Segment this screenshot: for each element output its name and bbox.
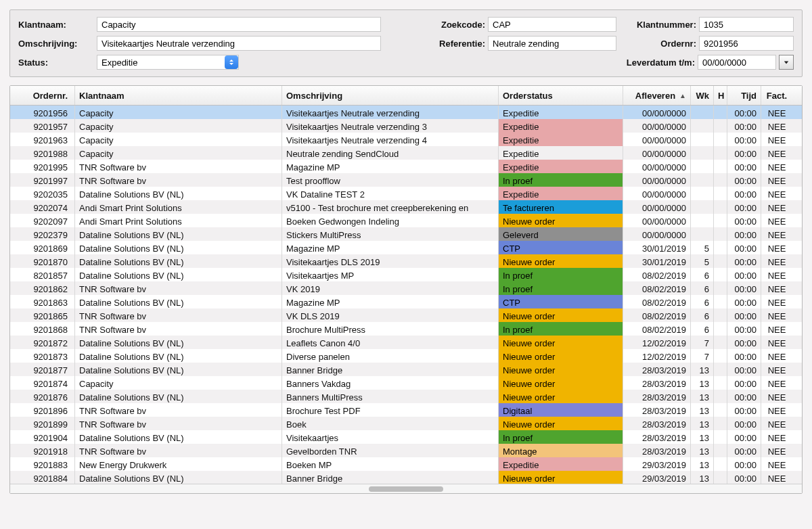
cell-h: [714, 133, 727, 146]
cell-tijd: 00:00: [727, 173, 761, 187]
cell-afleveren: 00/00/0000: [623, 200, 691, 214]
cell-wk: 6: [691, 268, 714, 281]
cell-tijd: 00:00: [727, 471, 761, 484]
table-row[interactable]: 9201868TNR Software bvBrochure MultiPres…: [10, 322, 802, 336]
table-row[interactable]: 9201865TNR Software bvVK DLS 2019Nieuwe …: [10, 308, 802, 322]
cell-orderstatus: Nieuwe order: [499, 471, 623, 484]
cell-afleveren: 08/02/2019: [623, 308, 691, 322]
col-afleveren[interactable]: Afleveren ▲: [623, 86, 691, 105]
input-zoekcode[interactable]: [488, 17, 616, 32]
col-afleveren-label: Afleveren: [635, 91, 675, 101]
table-row[interactable]: 9201877Dataline Solutions BV (NL)Banner …: [10, 363, 802, 376]
table-row[interactable]: 9201874CapacityBanners VakdagNieuwe orde…: [10, 376, 802, 390]
cell-wk: 13: [691, 457, 714, 471]
table-row[interactable]: 9202097Andi Smart Print SolutionsBoeken …: [10, 214, 802, 227]
cell-afleveren: 00/00/0000: [623, 187, 691, 200]
col-orderstatus[interactable]: Orderstatus: [499, 86, 623, 105]
input-klantnummer[interactable]: [699, 17, 794, 32]
scrollbar-thumb[interactable]: [369, 486, 443, 492]
cell-omschrijving: Banners Vakdag: [282, 376, 499, 390]
table-row[interactable]: 9201956CapacityVisitekaartjes Neutrale v…: [10, 106, 802, 119]
cell-ordernr: 9201918: [10, 444, 75, 457]
cell-orderstatus: Nieuwe order: [499, 336, 623, 349]
table-row[interactable]: 9201870Dataline Solutions BV (NL)Visitek…: [10, 254, 802, 268]
table-row[interactable]: 9202074Andi Smart Print Solutionsv5100 -…: [10, 200, 802, 214]
cell-fact: NEE: [761, 363, 792, 376]
cell-omschrijving: v5100 - Test brochure met creepberekenin…: [282, 200, 499, 214]
cell-tijd: 00:00: [727, 106, 761, 119]
col-tijd[interactable]: Tijd: [727, 86, 761, 105]
cell-klantnaam: TNR Software bv: [75, 160, 282, 173]
cell-omschrijving: VK DLS 2019: [282, 308, 499, 322]
input-referentie[interactable]: [488, 36, 616, 51]
horizontal-scrollbar[interactable]: [10, 484, 802, 493]
cell-omschrijving: Neutrale zending SendCloud: [282, 146, 499, 160]
cell-klantnaam: Dataline Solutions BV (NL): [75, 295, 282, 308]
cell-ordernr: 9201865: [10, 308, 75, 322]
cell-ordernr: 9201988: [10, 146, 75, 160]
table-row[interactable]: 9202379Dataline Solutions BV (NL)Sticker…: [10, 227, 802, 241]
table-row[interactable]: 9201918TNR Software bvGevelborden TNRMon…: [10, 444, 802, 457]
cell-fact: NEE: [761, 457, 792, 471]
cell-orderstatus: CTP: [499, 295, 623, 308]
cell-ordernr: 9201874: [10, 376, 75, 390]
table-row[interactable]: 9201904Dataline Solutions BV (NL)Visitek…: [10, 430, 802, 444]
table-row[interactable]: 9201863Dataline Solutions BV (NL)Magazin…: [10, 295, 802, 308]
label-omschrijving: Omschrijving:: [18, 39, 97, 49]
leverdatum-picker-button[interactable]: [779, 55, 794, 70]
cell-orderstatus: Nieuwe order: [499, 254, 623, 268]
table-row[interactable]: 9201884Dataline Solutions BV (NL)Banner …: [10, 471, 802, 484]
col-h[interactable]: H: [714, 86, 727, 105]
cell-tijd: 00:00: [727, 227, 761, 241]
label-klantnaam: Klantnaam:: [18, 20, 97, 30]
cell-h: [714, 403, 727, 417]
cell-klantnaam: Dataline Solutions BV (NL): [75, 268, 282, 281]
table-row[interactable]: 9201988CapacityNeutrale zending SendClou…: [10, 146, 802, 160]
cell-tijd: 00:00: [727, 336, 761, 349]
status-dropdown-button[interactable]: [225, 55, 238, 69]
table-row[interactable]: 9201995TNR Software bvMagazine MPExpedit…: [10, 160, 802, 173]
table-row[interactable]: 9201862TNR Software bvVK 2019In proef08/…: [10, 281, 802, 295]
cell-afleveren: 30/01/2019: [623, 241, 691, 254]
table-row[interactable]: 9201899TNR Software bvBoekNieuwe order28…: [10, 417, 802, 430]
cell-h: [714, 430, 727, 444]
cell-h: [714, 119, 727, 133]
cell-afleveren: 08/02/2019: [623, 295, 691, 308]
table-row[interactable]: 9201873Dataline Solutions BV (NL)Diverse…: [10, 349, 802, 363]
cell-ordernr: 9201863: [10, 295, 75, 308]
cell-ordernr: 9202097: [10, 214, 75, 227]
cell-wk: 13: [691, 376, 714, 390]
col-ordernr[interactable]: Ordernr.: [10, 86, 75, 105]
table-row[interactable]: 9201876Dataline Solutions BV (NL)Banners…: [10, 390, 802, 403]
chevron-down-icon: [784, 60, 789, 65]
input-omschrijving[interactable]: [97, 36, 381, 51]
input-ordernr[interactable]: [699, 36, 794, 51]
table-row[interactable]: 9201896TNR Software bvBrochure Test PDFD…: [10, 403, 802, 417]
table-row[interactable]: 9201957CapacityVisitekaartjes Neutrale v…: [10, 119, 802, 133]
table-row[interactable]: 9202035Dataline Solutions BV (NL)VK Data…: [10, 187, 802, 200]
select-status[interactable]: [97, 55, 239, 70]
cell-ordernr: 9201899: [10, 417, 75, 430]
col-fact[interactable]: Fact.: [761, 86, 792, 105]
table-row[interactable]: 9201963CapacityVisitekaartjes Neutrale v…: [10, 133, 802, 146]
table-row[interactable]: 9201869Dataline Solutions BV (NL)Magazin…: [10, 241, 802, 254]
cell-klantnaam: Capacity: [75, 106, 282, 119]
input-klantnaam[interactable]: [97, 17, 381, 32]
cell-wk: 6: [691, 322, 714, 336]
col-omschrijving[interactable]: Omschrijving: [282, 86, 499, 105]
table-row[interactable]: 9201883New Energy DrukwerkBoeken MPExped…: [10, 457, 802, 471]
cell-ordernr: 9201995: [10, 160, 75, 173]
cell-afleveren: 29/03/2019: [623, 471, 691, 484]
table-row[interactable]: 9201872Dataline Solutions BV (NL)Leaflet…: [10, 336, 802, 349]
cell-klantnaam: TNR Software bv: [75, 444, 282, 457]
cell-h: [714, 227, 727, 241]
table-row[interactable]: 9201997TNR Software bvTest proofflowIn p…: [10, 173, 802, 187]
input-leverdatum[interactable]: [698, 55, 776, 70]
cell-klantnaam: TNR Software bv: [75, 281, 282, 295]
table-row[interactable]: 8201857Dataline Solutions BV (NL)Visitek…: [10, 268, 802, 281]
col-wk[interactable]: Wk: [691, 86, 714, 105]
cell-tijd: 00:00: [727, 376, 761, 390]
grid-body[interactable]: 9201956CapacityVisitekaartjes Neutrale v…: [10, 106, 802, 484]
cell-wk: [691, 106, 714, 119]
col-klantnaam[interactable]: Klantnaam: [75, 86, 282, 105]
